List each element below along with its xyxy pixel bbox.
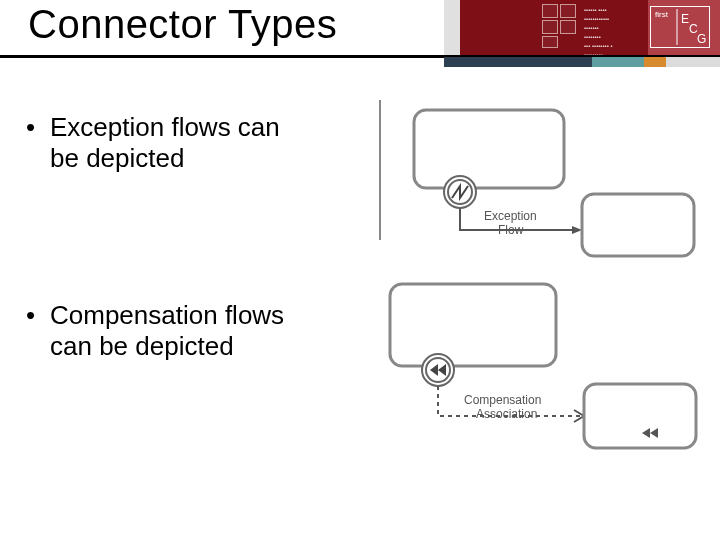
diagram-compensation-association: Compensation Association: [360, 278, 700, 453]
header-stripe-teal: [592, 57, 644, 67]
ecg-first-logo: first E C G: [650, 6, 710, 48]
compensation-task-box: [584, 384, 696, 448]
header-stripe-gray: [666, 57, 720, 67]
task-box: [414, 110, 564, 188]
header-mini-grid: [538, 4, 578, 46]
logo-text-g: G: [697, 32, 706, 46]
bullet-text: Exception flows can: [50, 112, 280, 142]
header-stripe-navy: [444, 57, 592, 67]
diagram-label: Compensation: [464, 393, 541, 407]
header-stripe-orange: [644, 57, 666, 67]
bullet-text: can be depicted: [50, 331, 234, 361]
bullet-compensation: Compensation flows can be depicted: [22, 300, 352, 361]
bullet-exception: Exception flows can be depicted: [22, 112, 352, 173]
bullet-text: be depicted: [50, 143, 184, 173]
slide-title: Connector Types: [28, 2, 337, 47]
compensation-event-icon: [422, 354, 454, 386]
diagram-exception-flow: Exception Flow: [360, 100, 700, 260]
logo-text-first: first: [655, 10, 669, 19]
diagram-label: Flow: [498, 223, 524, 237]
diagram-label: Association: [476, 407, 537, 421]
task-box: [582, 194, 694, 256]
bullet-text: Compensation flows: [50, 300, 284, 330]
logo-text-e: E: [681, 12, 689, 26]
task-box: [390, 284, 556, 366]
exception-event-icon: [444, 176, 476, 208]
header-tiny-text: •••••• •••• •••••••••••• ••••••• •••••••…: [584, 6, 648, 60]
slide-header: •••••• •••• •••••••••••• ••••••• •••••••…: [0, 0, 720, 68]
diagram-label: Exception: [484, 209, 537, 223]
